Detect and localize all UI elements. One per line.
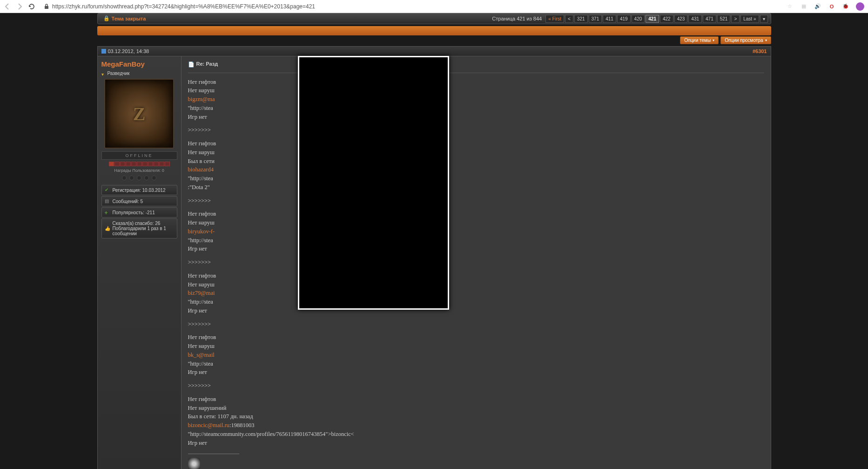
separator: >>>>>>> [188, 381, 764, 390]
page-422[interactable]: 422 [660, 15, 673, 23]
thread-options-row: Опции темы▾ Опции просмотра▾ [97, 36, 771, 44]
email-link[interactable]: bk_s@mail [188, 352, 215, 358]
line: Игр нет [188, 306, 764, 315]
posts-icon: ▤ [105, 198, 110, 204]
stat-thanks: 👍Сказал(а) спасибо: 26Поблагодарили 1 ра… [101, 218, 177, 238]
post-date: 03.12.2012, 14:38 [101, 48, 149, 54]
email-link[interactable]: bigzm@ma [188, 96, 215, 102]
back-button[interactable] [4, 3, 11, 10]
modal-overlay[interactable] [298, 56, 449, 310]
line: Игр нет [188, 439, 764, 448]
page-521[interactable]: 521 [717, 15, 731, 23]
award-slots [101, 176, 177, 180]
thanks-icon: 👍 [105, 226, 110, 231]
line: bizoncic@mail.ru:19881003 [188, 421, 764, 430]
page-420[interactable]: 420 [632, 15, 645, 23]
forward-button[interactable] [16, 3, 23, 10]
page-431[interactable]: 431 [688, 15, 702, 23]
post-text: Нет гифтов Нет наруш bigzm@ma "http://st… [188, 78, 764, 448]
line: "http://stea [188, 360, 764, 368]
line: "http://stea [188, 298, 764, 306]
view-options-button[interactable]: Опции просмотра▾ [720, 36, 771, 44]
reputation-bar [101, 162, 177, 166]
stat-reg: ✔Регистрация: 10.03.2012 [101, 185, 177, 195]
post-number-link[interactable]: ##63016301 [753, 48, 767, 54]
browser-toolbar: https://zhyk.ru/forum/showthread.php?t=3… [0, 0, 868, 13]
email-link[interactable]: biz79@mai [188, 290, 215, 296]
page-last[interactable]: Last » [740, 15, 759, 23]
email-link[interactable]: bizoncic@mail.ru [188, 422, 230, 428]
signature-image [188, 458, 200, 469]
page-prev[interactable]: < [565, 15, 573, 23]
stat-reg-text: Регистрация: 10.03.2012 [113, 188, 166, 193]
profile-icon[interactable] [856, 2, 864, 11]
thread-header: 🔒 Тема закрыта Страница 421 из 844 « Fir… [97, 13, 771, 24]
page-current: 421 [646, 15, 659, 23]
plus-icon: + [105, 210, 110, 215]
stat-popularity: +Популярность: -211 [101, 207, 177, 218]
line: Игр нет [188, 368, 764, 377]
topic-options-button[interactable]: Опции темы▾ [680, 36, 719, 44]
page-321[interactable]: 321 [574, 15, 588, 23]
post-title-icon: 📄 [188, 61, 194, 67]
url-text: https://zhyk.ru/forum/showthread.php?t=3… [52, 3, 778, 10]
line: Нет наруш [188, 86, 764, 95]
page-471[interactable]: 471 [703, 15, 716, 23]
page-menu[interactable]: ▾ [760, 15, 768, 23]
extension-icon-4[interactable]: 🐞 [842, 3, 849, 10]
extension-icon-3[interactable]: O [828, 3, 835, 10]
reload-button[interactable] [28, 3, 35, 10]
stat-posts-text: Сообщений: 5 [113, 199, 143, 204]
page-next[interactable]: > [731, 15, 740, 23]
post-title-text: Re: Разд [196, 60, 218, 68]
username-link[interactable]: MegaFanBoy [101, 60, 177, 68]
post-date-text: 03.12.2012, 14:38 [108, 48, 149, 54]
post-header: 03.12.2012, 14:38 ##63016301 [97, 46, 771, 56]
stat-thanks-text: Сказал(а) спасибо: 26Поблагодарили 1 раз… [113, 221, 174, 236]
line: Нет наруш [188, 280, 764, 289]
rank-icon: ▾ [101, 72, 106, 75]
post-body: MegaFanBoy ▾ Разведчик OFFLINE Награды П… [97, 56, 771, 469]
line: Был в сети [188, 157, 764, 166]
extension-icon-1[interactable]: ▦ [800, 3, 807, 10]
check-icon: ✔ [105, 187, 110, 193]
line: "http://steaf-a< [188, 236, 764, 245]
user-avatar[interactable] [104, 79, 174, 149]
line: Нет наруш [188, 218, 764, 227]
line: Нет гифтов [188, 395, 764, 404]
post-title-row: 📄 Re: Разд [188, 60, 764, 68]
email-link[interactable]: biryukov-f- [188, 228, 215, 235]
line: Был в сети: 1107 дн. назад [188, 412, 764, 421]
line: Нет гифтов [188, 139, 764, 148]
line: Нет нарушений [188, 404, 764, 413]
page-info: Страница 421 из 844 [492, 16, 542, 21]
caret-icon: ▾ [713, 38, 714, 42]
line: Нет гифтов [188, 210, 764, 218]
line: "http://stea [188, 104, 764, 113]
address-bar[interactable]: https://zhyk.ru/forum/showthread.php?t=3… [40, 3, 781, 10]
extension-icon-2[interactable]: 🔊 [814, 3, 821, 10]
caret-icon: ▾ [765, 38, 767, 42]
browser-actions: ☆ ▦ 🔊 O 🐞 [786, 2, 864, 11]
page-411[interactable]: 411 [603, 15, 616, 23]
separator: >>>>>>> [188, 126, 764, 135]
closed-lock-icon: 🔒 [103, 15, 110, 22]
line: Нет гифтов [188, 333, 764, 342]
post-status-icon [101, 49, 106, 54]
separator: >>>>>>> [188, 197, 764, 205]
email-link[interactable]: biohazard4 [188, 166, 214, 173]
separator: >>>>>>> [188, 320, 764, 329]
star-icon[interactable]: ☆ [786, 3, 794, 10]
rank-label: Разведчик [108, 71, 130, 76]
topic-options-label: Опции темы [684, 38, 711, 43]
svg-rect-0 [45, 6, 48, 9]
pagination-top: Страница 421 из 844 « First < 321 371 41… [492, 15, 767, 23]
line: "http://steamcommunity.com/profiles/7656… [188, 430, 764, 439]
page-first[interactable]: « First [545, 15, 564, 23]
page-423[interactable]: 423 [674, 15, 688, 23]
page-371[interactable]: 371 [589, 15, 602, 23]
post-content: 📄 Re: Разд Нет гифтов Нет наруш bigzm@ma… [182, 56, 771, 469]
user-rank: ▾ Разведчик [101, 71, 177, 76]
line: "http://stea [188, 174, 764, 183]
page-419[interactable]: 419 [617, 15, 631, 23]
